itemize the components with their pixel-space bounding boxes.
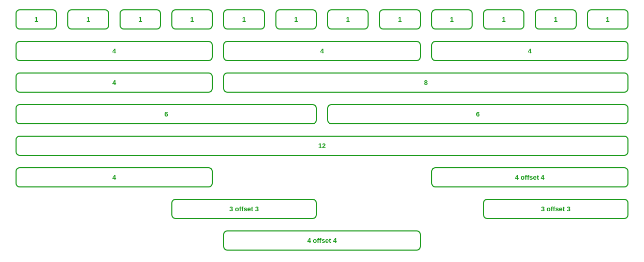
grid-cell: 8 bbox=[223, 72, 628, 93]
grid-cell: 4 bbox=[16, 41, 213, 61]
grid-cell: 4 offset 4 bbox=[223, 230, 420, 251]
grid-cell: 3 offset 3 bbox=[171, 199, 317, 219]
grid-row: 111111111111 bbox=[10, 9, 634, 30]
grid-column: 1 bbox=[62, 9, 114, 30]
grid-cell: 1 bbox=[171, 9, 213, 30]
grid-row: 12 bbox=[10, 136, 634, 156]
grid-cell: 1 bbox=[223, 9, 265, 30]
grid-column: 1 bbox=[582, 9, 634, 30]
grid-column: 8 bbox=[218, 72, 634, 93]
grid-column: 1 bbox=[270, 9, 322, 30]
grid-column: 1 bbox=[218, 9, 270, 30]
grid-cell: 12 bbox=[16, 136, 628, 156]
grid-column: 6 bbox=[322, 104, 634, 124]
grid-column: 3 offset 3 bbox=[166, 199, 322, 219]
grid-cell: 1 bbox=[327, 9, 369, 30]
grid-cell: 1 bbox=[67, 9, 109, 30]
grid-row: 444 bbox=[10, 41, 634, 61]
grid-cell: 1 bbox=[16, 9, 57, 30]
grid-row: 44 offset 4 bbox=[10, 167, 634, 187]
grid-cell: 1 bbox=[275, 9, 317, 30]
grid-cell: 1 bbox=[587, 9, 628, 30]
grid-column: 3 offset 3 bbox=[478, 199, 634, 219]
grid-column: 1 bbox=[166, 9, 218, 30]
grid-cell: 1 bbox=[535, 9, 576, 30]
grid-cell: 4 bbox=[431, 41, 628, 61]
grid-column: 1 bbox=[530, 9, 581, 30]
grid-cell: 6 bbox=[327, 104, 628, 124]
grid-column: 4 offset 4 bbox=[426, 167, 634, 187]
grid-cell: 4 bbox=[223, 41, 420, 61]
grid-cell: 1 bbox=[120, 9, 161, 30]
grid-cell: 4 bbox=[16, 72, 213, 93]
grid-cell: 4 offset 4 bbox=[431, 167, 628, 187]
grid-cell: 6 bbox=[16, 104, 317, 124]
grid-row: 3 offset 33 offset 3 bbox=[10, 199, 634, 219]
grid-cell: 1 bbox=[379, 9, 420, 30]
grid-column: 1 bbox=[114, 9, 166, 30]
grid-column: 4 bbox=[10, 41, 218, 61]
grid-column: 4 bbox=[218, 41, 426, 61]
grid-column: 1 bbox=[478, 9, 530, 30]
grid-cell: 4 bbox=[16, 167, 213, 187]
grid-column: 6 bbox=[10, 104, 322, 124]
grid-column: 1 bbox=[322, 9, 374, 30]
grid-cell: 1 bbox=[483, 9, 524, 30]
grid-row: 48 bbox=[10, 72, 634, 93]
grid-column: 1 bbox=[374, 9, 426, 30]
grid-column: 4 offset 4 bbox=[218, 230, 426, 251]
grid-column: 4 bbox=[10, 72, 218, 93]
grid-cell: 3 offset 3 bbox=[483, 199, 628, 219]
grid-column: 1 bbox=[426, 9, 478, 30]
grid-demo: 11111111111144448661244 offset 43 offset… bbox=[10, 9, 634, 251]
grid-cell: 1 bbox=[431, 9, 473, 30]
grid-column: 4 bbox=[426, 41, 634, 61]
grid-column: 1 bbox=[10, 9, 62, 30]
grid-column: 12 bbox=[10, 136, 634, 156]
grid-row: 66 bbox=[10, 104, 634, 124]
grid-column: 4 bbox=[10, 167, 218, 187]
grid-row: 4 offset 4 bbox=[10, 230, 634, 251]
